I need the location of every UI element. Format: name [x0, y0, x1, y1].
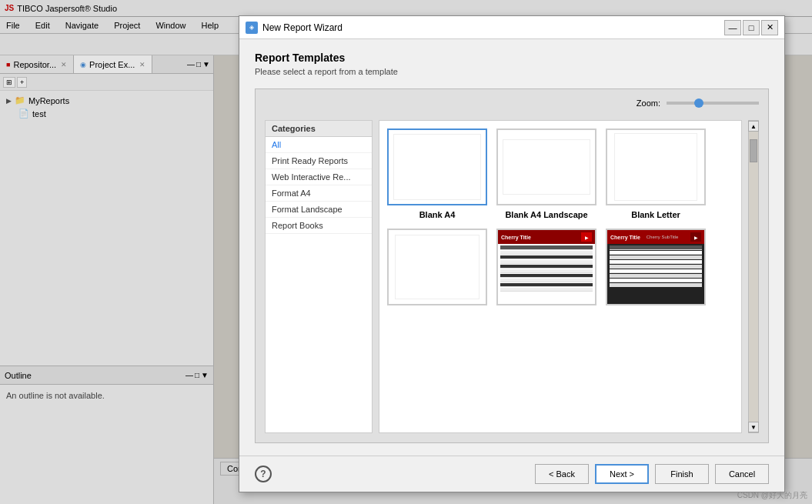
dialog-close-btn[interactable]: ✕: [761, 20, 778, 35]
dialog-section-title: Report Templates: [255, 52, 769, 64]
footer-right: < Back Next > Finish Cancel: [535, 464, 769, 484]
cancel-button[interactable]: Cancel: [715, 464, 769, 484]
cherry-preview-2: Cherry Title Cherry SubTitle ▶: [607, 230, 704, 304]
cherry-title-2: Cherry Title: [610, 235, 640, 240]
template-thumb-blank-letter: [606, 129, 706, 205]
templates-row-1: Blank A4 Blank A4 Landscape: [387, 129, 733, 219]
zoom-slider[interactable]: [667, 102, 759, 105]
cherry-row-7: [500, 279, 593, 282]
categories-list: Categories All Print Ready Reports Web I…: [265, 120, 373, 433]
cherry-row-8: [500, 283, 593, 287]
cherry-row-header: [500, 245, 593, 250]
cherry-row-1: [500, 251, 593, 255]
category-print-ready[interactable]: Print Ready Reports: [266, 153, 372, 169]
template-thumb-empty: [387, 229, 487, 305]
cherry-logo-icon-1: ▶: [585, 235, 589, 240]
template-cherry-1[interactable]: Cherry Title ▶: [496, 229, 596, 310]
category-report-books[interactable]: Report Books: [266, 218, 372, 234]
dialog-section-sub: Please select a report from a template: [255, 67, 769, 76]
cherry-row-9: [500, 288, 593, 292]
template-blank-letter[interactable]: Blank Letter: [606, 129, 706, 219]
cherry-header-1: Cherry Title ▶: [498, 230, 595, 244]
scroll-down-btn[interactable]: ▼: [748, 422, 759, 432]
template-blank-a4[interactable]: Blank A4: [387, 129, 487, 219]
cherry-row-3: [500, 260, 593, 264]
watermark: CSDN @好大的月亮: [737, 490, 807, 501]
finish-button[interactable]: Finish: [655, 464, 709, 484]
dialog-titlebar: ◈ New Report Wizard — □ ✕: [239, 16, 784, 39]
cherry-row-6: [500, 274, 593, 278]
template-thumb-cherry-1: Cherry Title ▶: [496, 229, 596, 305]
cherry-row-2: [500, 255, 593, 259]
cherry-logo-2: ▶: [690, 232, 701, 242]
cherry-row-d-4: [610, 265, 702, 269]
blank-a4-preview: [393, 134, 480, 200]
cherry-subtitle-2: Cherry SubTitle: [647, 235, 678, 239]
dialog-minimize-btn[interactable]: —: [724, 20, 741, 35]
cherry-row-d-header: [610, 245, 702, 250]
scroll-thumb[interactable]: [750, 139, 757, 162]
dialog-maximize-btn[interactable]: □: [743, 20, 760, 35]
help-button[interactable]: ?: [255, 466, 272, 482]
cherry-header-2: Cherry Title Cherry SubTitle ▶: [607, 230, 704, 244]
cherry-body-2: [607, 244, 704, 304]
templates-row-2: Cherry Title ▶: [387, 229, 733, 310]
templates-scroll-area: Categories All Print Ready Reports Web I…: [265, 120, 759, 433]
categories-header: Categories: [266, 121, 372, 137]
zoom-label: Zoom:: [637, 98, 660, 108]
cherry-row-d-5: [610, 269, 702, 273]
cherry-body-1: [498, 244, 595, 304]
template-cherry-2[interactable]: Cherry Title Cherry SubTitle ▶: [606, 229, 706, 310]
footer-left: ?: [255, 466, 272, 482]
empty-preview: [395, 235, 480, 299]
blank-a4-landscape-preview: [503, 139, 590, 195]
dialog-content-area: Zoom: Categories All Print Ready Reports…: [255, 88, 769, 443]
dialog-title-icon: ◈: [246, 22, 258, 34]
category-web-interactive[interactable]: Web Interactive Re...: [266, 169, 372, 185]
cherry-row-5: [500, 269, 593, 273]
dialog-title-text: New Report Wizard: [262, 22, 720, 33]
back-button[interactable]: < Back: [535, 464, 589, 484]
cherry-title-1: Cherry Title: [501, 235, 531, 240]
template-label-blank-a4: Blank A4: [419, 210, 456, 219]
new-report-wizard-dialog: ◈ New Report Wizard — □ ✕ Report Templat…: [239, 15, 785, 492]
cherry-row-d-7: [610, 279, 702, 282]
template-thumb-blank-a4: [387, 129, 487, 205]
next-button[interactable]: Next >: [595, 464, 649, 484]
zoom-thumb: [694, 98, 703, 108]
wizard-icon: ◈: [249, 24, 254, 31]
scroll-track[interactable]: [749, 132, 758, 422]
template-blank-a4-landscape[interactable]: Blank A4 Landscape: [496, 129, 596, 219]
template-label-blank-a4-landscape: Blank A4 Landscape: [505, 210, 587, 219]
dialog-body: Report Templates Please select a report …: [239, 39, 784, 456]
templates-scrollbar[interactable]: ▲ ▼: [748, 120, 759, 433]
dialog-footer: ? < Back Next > Finish Cancel: [239, 456, 784, 492]
cherry-preview-1: Cherry Title ▶: [498, 230, 595, 304]
zoom-bar: Zoom:: [265, 98, 759, 108]
cherry-row-d-6: [610, 274, 702, 278]
category-format-landscape[interactable]: Format Landscape: [266, 202, 372, 218]
dialog-title-buttons: — □ ✕: [724, 20, 778, 35]
category-format-a4[interactable]: Format A4: [266, 185, 372, 202]
template-label-blank-letter: Blank Letter: [631, 210, 680, 219]
templates-grid: Blank A4 Blank A4 Landscape: [379, 120, 742, 433]
scroll-up-btn[interactable]: ▲: [748, 121, 759, 132]
template-empty[interactable]: [387, 229, 487, 310]
category-all[interactable]: All: [266, 137, 372, 153]
cherry-row-d-3: [610, 260, 702, 264]
blank-letter-preview: [614, 133, 697, 201]
cherry-logo-icon-2: ▶: [694, 235, 698, 240]
cherry-row-d-8: [610, 283, 702, 287]
template-thumb-blank-a4-landscape: [496, 129, 596, 205]
template-thumb-cherry-2: Cherry Title Cherry SubTitle ▶: [606, 229, 706, 305]
cherry-logo-1: ▶: [581, 232, 592, 242]
cherry-row-4: [500, 265, 593, 269]
cherry-row-d-2: [610, 255, 702, 259]
cherry-row-d-1: [610, 251, 702, 255]
